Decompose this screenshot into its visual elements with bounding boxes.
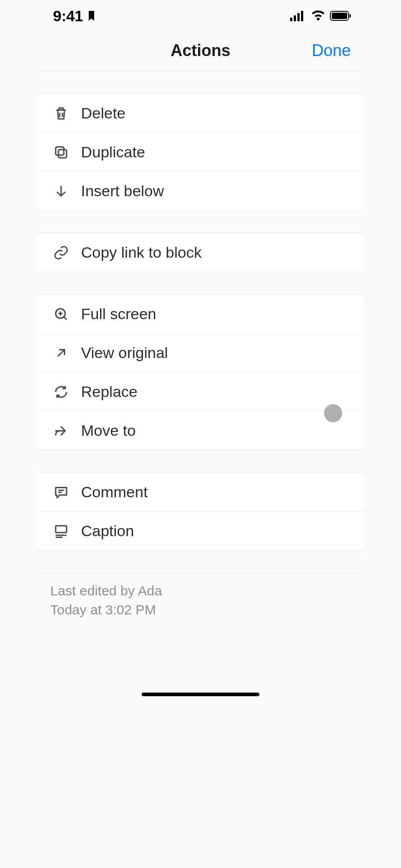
- insert-below-item[interactable]: Insert below: [37, 172, 364, 211]
- refresh-icon: [53, 384, 69, 400]
- copy-link-item[interactable]: Copy link to block: [37, 233, 364, 272]
- view-original-item[interactable]: View original: [37, 334, 364, 373]
- menu-group-4: Comment Caption: [37, 473, 364, 551]
- svg-rect-10: [56, 526, 67, 533]
- svg-rect-5: [332, 13, 347, 19]
- duplicate-item[interactable]: Duplicate: [37, 133, 364, 172]
- menu-group-1: Delete Duplicate Insert below: [37, 94, 364, 211]
- svg-rect-7: [56, 147, 64, 155]
- menu-label: Replace: [81, 383, 138, 401]
- group-spacer: [37, 551, 364, 573]
- battery-icon: [330, 10, 352, 21]
- group-spacer: [37, 211, 364, 233]
- menu-label: Insert below: [81, 182, 164, 200]
- svg-rect-1: [294, 15, 296, 21]
- open-external-icon: [53, 345, 69, 361]
- menu-label: Copy link to block: [81, 244, 201, 261]
- replace-item[interactable]: Replace: [37, 373, 364, 411]
- status-time: 9:41: [53, 7, 83, 25]
- done-button[interactable]: Done: [312, 41, 351, 60]
- svg-rect-8: [58, 150, 67, 158]
- cellular-signal-icon: [290, 10, 306, 21]
- delete-item[interactable]: Delete: [37, 94, 364, 133]
- last-edited-by: Last edited by Ada: [50, 583, 351, 599]
- last-edited-time: Today at 3:02 PM: [50, 602, 351, 618]
- wifi-icon: [311, 10, 325, 21]
- full-screen-item[interactable]: Full screen: [37, 295, 364, 334]
- svg-rect-6: [349, 14, 351, 18]
- trash-icon: [53, 105, 69, 122]
- comment-icon: [53, 484, 69, 500]
- group-spacer: [37, 71, 364, 94]
- move-to-item[interactable]: Move to: [37, 411, 364, 450]
- menu-label: Caption: [81, 522, 134, 540]
- menu-label: Duplicate: [81, 143, 145, 161]
- svg-rect-0: [290, 18, 292, 21]
- status-left: 9:41: [53, 7, 95, 25]
- menu-label: Comment: [81, 483, 148, 501]
- group-spacer: [37, 450, 364, 473]
- caption-item[interactable]: Caption: [37, 512, 364, 551]
- caption-icon: [53, 523, 69, 539]
- menu-label: Full screen: [81, 305, 156, 323]
- cursor-indicator: [324, 404, 342, 422]
- menu-group-2: Copy link to block: [37, 233, 364, 272]
- nav-header: Actions Done: [37, 30, 364, 71]
- svg-rect-3: [301, 11, 303, 21]
- menu-label: View original: [81, 344, 168, 362]
- menu-group-3: Full screen View original Replace Move t…: [37, 295, 364, 450]
- bookmark-icon: [88, 11, 95, 21]
- link-icon: [53, 245, 69, 261]
- menu-label: Move to: [81, 422, 136, 439]
- arrow-down-icon: [53, 183, 69, 199]
- zoom-in-icon: [53, 306, 69, 322]
- duplicate-icon: [53, 144, 69, 160]
- home-indicator[interactable]: [142, 693, 259, 696]
- comment-item[interactable]: Comment: [37, 473, 364, 512]
- group-spacer: [37, 272, 364, 295]
- status-right: [290, 10, 352, 21]
- page-title: Actions: [171, 41, 230, 60]
- status-bar: 9:41: [37, 0, 364, 30]
- move-to-icon: [53, 423, 69, 439]
- menu-label: Delete: [81, 104, 125, 122]
- svg-rect-2: [297, 13, 300, 21]
- footer-info: Last edited by Ada Today at 3:02 PM: [37, 573, 364, 628]
